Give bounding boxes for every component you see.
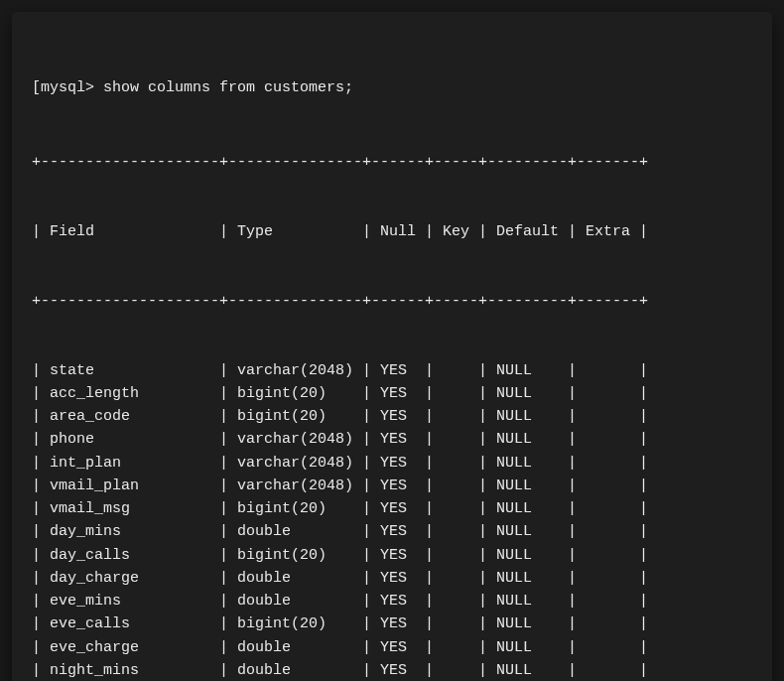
table-border-top: +--------------------+---------------+--… — [32, 151, 752, 174]
table-row: | day_charge | double | YES | | NULL | | — [32, 567, 752, 590]
table-row: | area_code | bigint(20) | YES | | NULL … — [32, 405, 752, 428]
table-row: | day_calls | bigint(20) | YES | | NULL … — [32, 544, 752, 567]
terminal-window[interactable]: [mysql> show columns from customers; +--… — [12, 12, 772, 681]
prompt-prefix: [mysql> — [32, 79, 94, 96]
table-body: | state | varchar(2048) | YES | | NULL |… — [32, 359, 752, 682]
table-header-row: | Field | Type | Null | Key | Default | … — [32, 220, 752, 243]
table-row: | vmail_plan | varchar(2048) | YES | | N… — [32, 475, 752, 497]
sql-command: show columns from customers; — [94, 79, 353, 96]
table-row: | vmail_msg | bigint(20) | YES | | NULL … — [32, 497, 752, 520]
table-row: | acc_length | bigint(20) | YES | | NULL… — [32, 382, 752, 405]
table-row: | state | varchar(2048) | YES | | NULL |… — [32, 359, 752, 382]
table-row: | int_plan | varchar(2048) | YES | | NUL… — [32, 452, 752, 475]
table-row: | eve_calls | bigint(20) | YES | | NULL … — [32, 613, 752, 635]
table-row: | eve_mins | double | YES | | NULL | | — [32, 590, 752, 613]
command-line: [mysql> show columns from customers; — [32, 76, 752, 99]
table-row: | night_mins | double | YES | | NULL | | — [32, 659, 752, 681]
table-row: | day_mins | double | YES | | NULL | | — [32, 520, 752, 543]
table-row: | phone | varchar(2048) | YES | | NULL |… — [32, 428, 752, 451]
table-border-mid: +--------------------+---------------+--… — [32, 290, 752, 313]
table-row: | eve_charge | double | YES | | NULL | | — [32, 636, 752, 659]
